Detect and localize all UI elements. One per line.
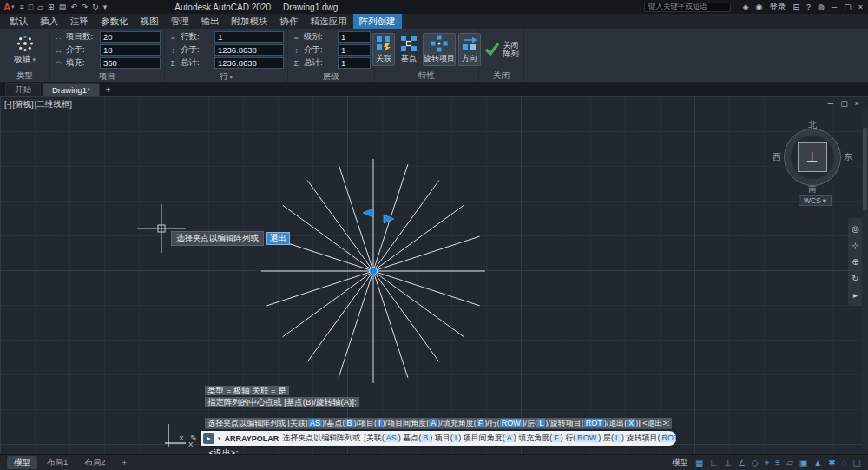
array-ray[interactable] <box>283 271 373 337</box>
vertical-scrollbar[interactable] <box>862 109 868 449</box>
new-layout-button[interactable]: + <box>115 457 135 468</box>
array-ray[interactable] <box>373 236 480 271</box>
command-line[interactable]: ▸ ▾ ARRAYPOLAR 选择夹点以编辑阵列或 [关联(AS) 基点(B) … <box>201 431 676 446</box>
snap-icon[interactable]: ∟ <box>709 458 718 467</box>
array-ray[interactable] <box>266 271 373 306</box>
field-input[interactable] <box>100 44 161 56</box>
sign-in-button[interactable]: 登录 <box>769 2 786 13</box>
minimize-icon[interactable]: ─ <box>832 3 837 11</box>
cmd-option-F[interactable]: F <box>477 419 485 427</box>
cmd-option-B[interactable]: B <box>421 434 430 442</box>
cmd-option-ROT[interactable]: ROT <box>660 434 676 442</box>
ribbon-tab-插入[interactable]: 插入 <box>34 14 64 29</box>
object-snap-icon[interactable]: ⌖ <box>765 458 770 468</box>
cmd-option-A[interactable]: A <box>429 419 437 427</box>
user-icon[interactable]: ◉ <box>756 3 763 11</box>
ribbon-tab-默认[interactable]: 默认 <box>3 14 34 29</box>
viewport-view-control[interactable]: [俯视] <box>12 99 33 110</box>
new-file-icon[interactable]: □ <box>29 3 33 11</box>
command-close-icon[interactable]: × <box>179 434 184 443</box>
help-icon[interactable]: ? <box>806 3 811 11</box>
cmd-option-ROW[interactable]: ROW <box>575 434 598 442</box>
viewcube-west-label[interactable]: 西 <box>773 151 781 163</box>
command-prompt-icon[interactable]: ▸ <box>203 433 214 444</box>
center-grip[interactable] <box>370 268 378 275</box>
viewport-menu-control[interactable]: [-] <box>4 99 11 110</box>
array-ray[interactable] <box>373 181 439 271</box>
viewcube[interactable]: 上 北 南 西 东 <box>776 121 849 194</box>
cw-arrow-grip[interactable] <box>384 215 394 223</box>
clean-screen-icon[interactable]: ▢ <box>853 458 861 467</box>
viewcube-east-label[interactable]: 东 <box>844 151 852 163</box>
array-ray[interactable] <box>373 271 464 337</box>
field-input[interactable] <box>214 44 284 56</box>
array-ray[interactable] <box>373 271 408 378</box>
search-input[interactable]: 键入关键字或短语 <box>644 3 731 12</box>
file-tab-drawing1[interactable]: Drawing1* <box>43 83 100 96</box>
cmd-option-L[interactable]: L <box>614 434 621 442</box>
array-ray[interactable] <box>307 271 373 361</box>
layout-tab-layout1[interactable]: 布局1 <box>40 456 75 469</box>
command-customize-icon[interactable]: ✎ <box>190 434 197 443</box>
ribbon-tab-附加模块[interactable]: 附加模块 <box>226 14 274 29</box>
ribbon-tab-精选应用[interactable]: 精选应用 <box>305 14 353 29</box>
doc-minimize-icon[interactable]: ─ <box>828 99 833 108</box>
close-icon[interactable]: × <box>858 3 863 11</box>
cmd-option-AS[interactable]: AS <box>385 434 398 442</box>
print-icon[interactable]: ▤ <box>59 3 67 11</box>
array-ray[interactable] <box>283 205 373 271</box>
array-ray[interactable] <box>373 271 439 361</box>
cmd-option-L[interactable]: L <box>537 419 545 427</box>
orbit-icon[interactable]: ↻ <box>852 274 858 283</box>
app-menu-icon[interactable]: ≡ <box>19 3 23 11</box>
ribbon-tab-输出[interactable]: 输出 <box>195 14 226 29</box>
zoom-icon[interactable]: ⊕ <box>852 257 858 267</box>
close-array-button[interactable]: 关闭阵列 <box>483 41 520 58</box>
steering-wheel-icon[interactable]: ◎ <box>852 224 859 234</box>
ortho-icon[interactable]: ⊥ <box>724 458 732 467</box>
pan-icon[interactable]: ⊹ <box>852 241 858 250</box>
viewcube-top-face[interactable]: 上 <box>798 142 827 172</box>
layout-tab-layout2[interactable]: 布局2 <box>77 456 112 469</box>
array-ray[interactable] <box>339 164 373 271</box>
cmd-option-F[interactable]: F <box>552 434 561 442</box>
doc-restore-icon[interactable]: ▢ <box>840 99 848 108</box>
showmotion-icon[interactable]: ▸ <box>853 290 858 300</box>
polar-tracking-icon[interactable]: ∠ <box>738 458 746 467</box>
open-file-icon[interactable]: ▱ <box>37 3 43 11</box>
rotate-items-button[interactable]: 旋转项目 <box>423 33 456 66</box>
undo-icon[interactable]: ↶ <box>70 3 77 11</box>
app-store-icon[interactable]: ⊟ <box>792 3 799 11</box>
redo-icon[interactable]: ↷ <box>82 3 89 11</box>
file-tab-start[interactable]: 开始 <box>5 83 41 96</box>
viewcube-south-label[interactable]: 南 <box>808 183 817 195</box>
field-input[interactable] <box>214 57 284 69</box>
array-ray[interactable] <box>307 181 373 271</box>
field-input[interactable] <box>338 31 371 43</box>
qat-dropdown-icon[interactable]: ▾ <box>103 3 108 11</box>
ribbon-tab-注释[interactable]: 注释 <box>64 14 95 29</box>
grid-icon[interactable]: ▦ <box>695 458 703 467</box>
cmd-option-ROW[interactable]: ROW <box>500 419 523 427</box>
isodraft-icon[interactable]: ◇ <box>752 458 759 467</box>
cmd-option-A[interactable]: A <box>505 434 514 442</box>
ribbon-tab-管理[interactable]: 管理 <box>165 14 195 29</box>
isolate-objects-icon[interactable]: ◌ <box>842 458 847 467</box>
notification-bell-icon[interactable]: ◍ <box>818 3 825 11</box>
array-ray[interactable] <box>373 205 464 271</box>
ccw-arrow-grip[interactable] <box>363 209 373 217</box>
panel-caption-items[interactable]: 项目 <box>50 71 164 83</box>
lineweight-icon[interactable]: ≡ <box>775 458 780 467</box>
panel-caption-close[interactable]: 关闭 <box>479 70 523 82</box>
ribbon-tab-阵列创建[interactable]: 阵列创建 <box>353 14 402 29</box>
dynamic-input-field[interactable]: 退出 <box>266 232 290 245</box>
array-ray[interactable] <box>373 164 408 271</box>
transparency-icon[interactable]: ▱ <box>786 458 793 467</box>
new-tab-button[interactable]: + <box>102 85 115 96</box>
array-ray[interactable] <box>339 271 373 378</box>
command-recent-dropdown-icon[interactable]: ▾ <box>218 435 221 442</box>
wcs-dropdown[interactable]: WCS▾ <box>799 195 832 206</box>
viewcube-north-label[interactable]: 北 <box>808 119 817 131</box>
viewport-visual-style-control[interactable]: [二维线框] <box>35 99 72 110</box>
restore-icon[interactable]: ▢ <box>844 3 852 11</box>
